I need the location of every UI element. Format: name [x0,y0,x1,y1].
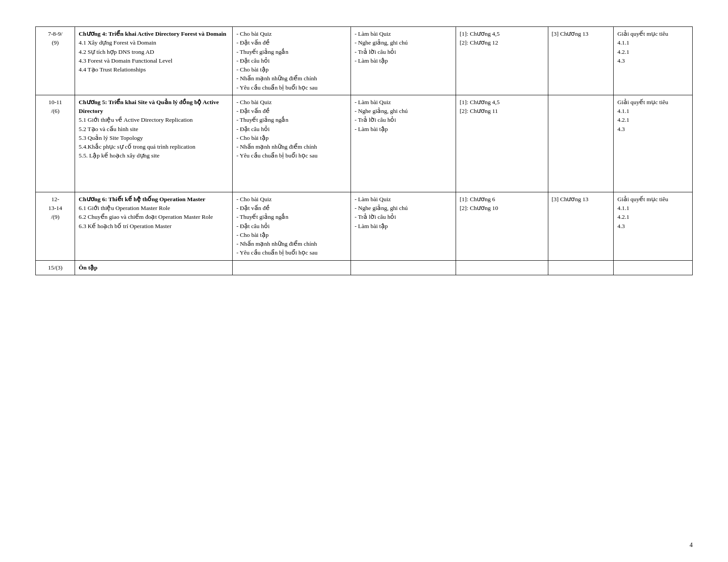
notes-cell [548,95,614,192]
teacher-activities-cell [233,260,351,275]
week-cell: 10-11/(6) [36,95,75,192]
notes-cell [548,260,614,275]
references-cell [456,260,548,275]
page-container: 7-8-9/(9)Chương 4: Triển khai Active Dir… [0,0,728,562]
student-activities-cell: - Làm bài Quiz- Nghe giảng, ghi chú- Trả… [351,27,456,95]
table-row: 12-13-14/(9)Chương 6: Thiết kế hệ thống … [36,192,693,260]
table-row: 10-11/(6)Chương 5: Triển khai Site và Qu… [36,95,693,192]
week-cell: 12-13-14/(9) [36,192,75,260]
teacher-activities-cell: - Cho bài Quiz- Đặt vấn đề- Thuyết giảng… [233,27,351,95]
content-cell: Chương 4: Triển khai Active Directory Fo… [75,27,233,95]
content-cell: Chương 5: Triển khai Site và Quản lý đồn… [75,95,233,192]
outcomes-cell: Giải quyết mục tiêu4.1.14.2.14.3 [614,192,693,260]
content-cell: Chương 6: Thiết kế hệ thống Operation Ma… [75,192,233,260]
student-activities-cell [351,260,456,275]
notes-cell: [3] Chương 13 [548,192,614,260]
teacher-activities-cell: - Cho bài Quiz- Đặt vấn đề- Thuyết giảng… [233,192,351,260]
outcomes-cell [614,260,693,275]
teacher-activities-cell: - Cho bài Quiz- Đặt vấn đề- Thuyết giảng… [233,95,351,192]
week-cell: 7-8-9/(9) [36,27,75,95]
references-cell: [1]: Chương 4,5[2]: Chương 11 [456,95,548,192]
week-cell: 15/(3) [36,260,75,275]
outcomes-cell: Giải quyết mục tiêu4.1.14.2.14.3 [614,95,693,192]
content-cell: Ôn tập [75,260,233,275]
notes-cell: [3] Chương 13 [548,27,614,95]
student-activities-cell: - Làm bài Quiz- Nghe giảng, ghi chú- Trả… [351,192,456,260]
references-cell: [1]: Chương 4,5[2]: Chương 12 [456,27,548,95]
outcomes-cell: Giải quyết mục tiêu4.1.14.2.14.3 [614,27,693,95]
course-table: 7-8-9/(9)Chương 4: Triển khai Active Dir… [35,26,693,275]
page-number: 4 [690,542,693,549]
table-row: 15/(3)Ôn tập [36,260,693,275]
student-activities-cell: - Làm bài Quiz- Nghe giảng, ghi chú- Trả… [351,95,456,192]
table-row: 7-8-9/(9)Chương 4: Triển khai Active Dir… [36,27,693,95]
references-cell: [1]: Chương 6[2]: Chương 10 [456,192,548,260]
